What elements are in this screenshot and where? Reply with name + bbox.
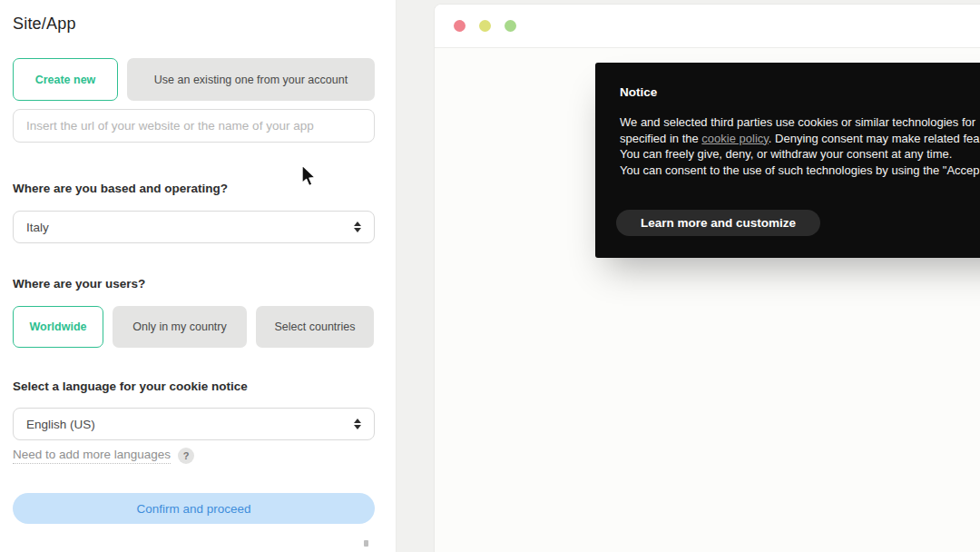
users-question-label: Where are your users? bbox=[13, 277, 145, 291]
cookie-notice-banner: Notice We and selected third parties use… bbox=[595, 63, 980, 258]
site-url-input[interactable] bbox=[13, 109, 375, 143]
use-existing-button[interactable]: Use an existing one from your account bbox=[127, 58, 375, 101]
cookie-policy-link[interactable]: cookie policy bbox=[701, 132, 768, 145]
page-title: Site/App bbox=[13, 15, 76, 34]
help-question-icon[interactable]: ? bbox=[178, 448, 194, 464]
select-countries-button[interactable]: Select countries bbox=[256, 306, 374, 348]
confirm-and-proceed-button[interactable]: Confirm and proceed bbox=[13, 493, 375, 524]
worldwide-button[interactable]: Worldwide bbox=[13, 306, 103, 348]
select-arrows-icon bbox=[354, 222, 361, 232]
cookie-notice-line: You can consent to the use of such techn… bbox=[620, 163, 980, 179]
cookie-notice-line: You can freely give, deny, or withdraw y… bbox=[620, 146, 980, 163]
cookie-notice-line: specified in the cookie policy. Denying … bbox=[620, 131, 980, 147]
browser-titlebar bbox=[435, 5, 980, 48]
traffic-light-zoom-icon bbox=[505, 20, 516, 32]
country-select[interactable]: Italy bbox=[13, 211, 375, 243]
scroll-hint-mark bbox=[364, 540, 368, 547]
language-label: Select a language for your cookie notice bbox=[13, 380, 248, 393]
country-select-value: Italy bbox=[26, 221, 49, 234]
create-new-button[interactable]: Create new bbox=[13, 58, 118, 101]
traffic-light-minimize-icon bbox=[479, 20, 491, 32]
select-arrows-icon bbox=[354, 419, 361, 429]
language-select[interactable]: English (US) bbox=[13, 408, 375, 440]
only-my-country-button[interactable]: Only in my country bbox=[113, 306, 247, 348]
language-select-value: English (US) bbox=[26, 418, 95, 431]
cookie-notice-line: We and selected third parties use cookie… bbox=[620, 114, 980, 131]
traffic-light-close-icon bbox=[454, 20, 466, 32]
cookie-notice-title: Notice bbox=[620, 85, 657, 99]
more-languages-row: Need to add more languages ? bbox=[13, 448, 194, 464]
browser-preview-window: Notice We and selected third parties use… bbox=[434, 4, 980, 552]
more-languages-link[interactable]: Need to add more languages bbox=[13, 448, 171, 464]
source-toggle-group: Create new Use an existing one from your… bbox=[13, 58, 375, 101]
users-toggle-group: Worldwide Only in my country Select coun… bbox=[13, 306, 375, 348]
based-question-label: Where are you based and operating? bbox=[13, 182, 228, 195]
site-app-config-panel: Site/App Create new Use an existing one … bbox=[0, 0, 397, 552]
learn-more-customize-button[interactable]: Learn more and customize bbox=[616, 210, 820, 236]
cookie-notice-body: We and selected third parties use cookie… bbox=[620, 114, 980, 178]
